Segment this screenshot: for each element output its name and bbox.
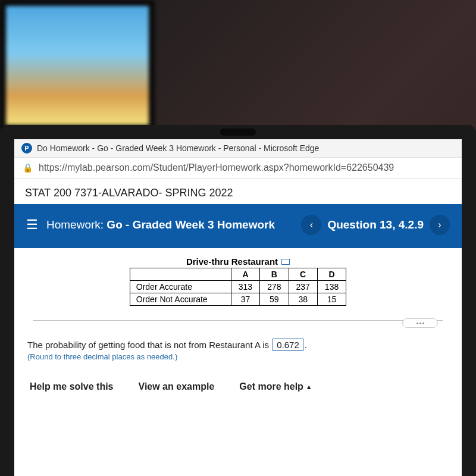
cell: 37 [231, 293, 259, 306]
cell: 59 [260, 293, 289, 306]
url-text: https://mylab.pearson.com/Student/Player… [39, 162, 453, 173]
lock-icon: 🔒 [23, 163, 33, 173]
cell: 38 [289, 293, 317, 306]
answer-text-before: The probability of getting food that is … [27, 340, 269, 350]
question-number-label: Question 13, 4.2.9 [327, 218, 424, 231]
answer-instruction: (Round to three decimal places as needed… [27, 352, 449, 361]
row-label: Order Not Accurate [130, 293, 231, 306]
help-toolbar: Help me solve this View an example Get m… [14, 366, 462, 398]
cell: 313 [231, 281, 259, 293]
prev-question-button[interactable]: ‹ [301, 215, 321, 235]
table-title: Drive-thru Restaurant [186, 256, 278, 267]
window-title: Do Homework - Go - Graded Week 3 Homewor… [37, 143, 319, 153]
browser-window: P Do Homework - Go - Graded Week 3 Homew… [14, 139, 462, 476]
cell: 237 [289, 281, 317, 293]
question-content: Drive-thru Restaurant A B C D Order Accu… [14, 248, 462, 328]
chevron-up-icon: ▲ [306, 383, 312, 390]
course-title: STAT 200 7371-ALVARADO- SPRING 2022 [14, 178, 462, 204]
table-row: Order Not Accurate 37 59 38 15 [130, 293, 346, 306]
window-titlebar: P Do Homework - Go - Graded Week 3 Homew… [14, 139, 462, 157]
hamburger-menu-icon[interactable]: ☰ [26, 218, 38, 231]
help-me-solve-button[interactable]: Help me solve this [30, 381, 114, 392]
cell: 15 [317, 293, 346, 306]
separator [33, 320, 443, 321]
col-header: C [289, 268, 317, 281]
col-header: D [317, 268, 346, 281]
next-question-button[interactable]: › [430, 215, 450, 235]
answer-block: The probability of getting food that is … [14, 328, 462, 366]
answer-input[interactable]: 0.672 [273, 339, 303, 351]
address-bar[interactable]: 🔒 https://mylab.pearson.com/Student/Play… [14, 157, 462, 178]
webcam [220, 129, 256, 136]
assignment-header: ☰ Homework: Go - Graded Week 3 Homework … [14, 204, 462, 248]
row-label: Order Accurate [130, 281, 231, 293]
data-table: A B C D Order Accurate 313 278 237 138 O… [130, 268, 346, 306]
cell: 138 [317, 281, 346, 293]
get-more-help-button[interactable]: Get more help ▲ [239, 381, 312, 392]
view-example-button[interactable]: View an example [139, 381, 215, 392]
laptop-frame: P Do Homework - Go - Graded Week 3 Homew… [0, 125, 476, 476]
homework-title: Homework: Go - Graded Week 3 Homework [46, 218, 275, 233]
table-row: Order Accurate 313 278 237 138 [130, 281, 346, 293]
popup-icon[interactable] [281, 259, 290, 265]
cell: 278 [260, 281, 289, 293]
app-icon: P [21, 143, 32, 154]
col-header: B [260, 268, 289, 281]
table-header-row: A B C D [130, 268, 346, 281]
scroll-handle[interactable] [402, 318, 438, 328]
col-header: A [231, 268, 259, 281]
answer-text-after: . [305, 340, 307, 350]
